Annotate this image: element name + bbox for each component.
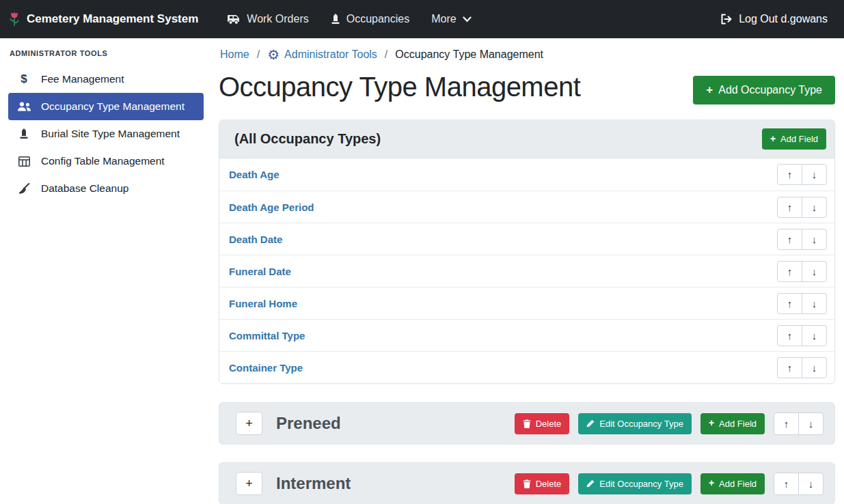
arrow-up-icon: ↑ [787, 169, 793, 180]
move-down-button[interactable]: ↓ [798, 473, 823, 495]
breadcrumb-separator: / [257, 48, 260, 61]
flower-logo-icon [8, 12, 21, 27]
add-occupancy-type-button[interactable]: + Add Occupancy Type [693, 76, 835, 104]
nav-occupancies[interactable]: Occupancies [320, 8, 421, 31]
field-row: Funeral Home ↑ ↓ [219, 287, 834, 319]
reorder-buttons: ↑ ↓ [777, 229, 827, 250]
sidebar: Administrator Tools $ Fee Management Occ… [0, 38, 210, 504]
add-field-label: Add Field [780, 135, 818, 143]
nav-work-orders[interactable]: Work Orders [216, 8, 319, 31]
breadcrumb-admin-tools[interactable]: ⚙ Administrator Tools [267, 48, 377, 61]
move-up-button[interactable]: ↑ [777, 261, 802, 282]
breadcrumb-separator: / [385, 48, 387, 61]
table-icon [16, 156, 32, 167]
reorder-buttons: ↑ ↓ [774, 473, 823, 495]
arrow-down-icon: ↓ [812, 266, 817, 277]
all-types-header: (All Occupancy Types) + Add Field [219, 120, 834, 158]
move-down-button[interactable]: ↓ [802, 197, 827, 218]
pencil-icon [586, 479, 595, 488]
field-link[interactable]: Funeral Date [229, 266, 291, 277]
field-link[interactable]: Container Type [229, 362, 303, 374]
move-up-button[interactable]: ↑ [777, 357, 802, 378]
app-brand[interactable]: Cemetery Management System [8, 12, 198, 27]
arrow-up-icon: ↑ [787, 330, 793, 341]
chevron-down-icon [463, 16, 472, 23]
move-down-button[interactable]: ↓ [802, 293, 827, 314]
arrow-down-icon: ↓ [808, 478, 814, 490]
main-content: Home / ⚙ Administrator Tools / Occupancy… [210, 38, 844, 504]
expand-button[interactable]: + [236, 412, 262, 435]
plus-icon: + [706, 85, 713, 95]
sections-list: + Preneed Delete Edit Occupanc [219, 402, 835, 504]
top-navbar: Cemetery Management System Work Orders O… [0, 0, 844, 38]
field-link[interactable]: Death Date [229, 234, 282, 245]
move-up-button[interactable]: ↑ [774, 412, 799, 435]
arrow-down-icon: ↓ [812, 330, 817, 341]
breadcrumb-home[interactable]: Home [220, 48, 249, 61]
move-down-button[interactable]: ↓ [798, 412, 823, 435]
delete-button[interactable]: Delete [515, 413, 570, 434]
nav-more[interactable]: More [420, 8, 482, 31]
add-field-label: Add Field [719, 419, 757, 428]
breadcrumb-current: Occupancy Type Management [395, 48, 543, 61]
field-link[interactable]: Death Age Period [229, 201, 314, 213]
sidebar-item-occupancy-type-management[interactable]: Occupancy Type Management [8, 93, 204, 120]
trash-icon [523, 419, 531, 428]
nav-more-label: More [431, 13, 456, 25]
logout-label: Log Out d.gowans [739, 13, 828, 25]
arrow-down-icon: ↓ [812, 362, 817, 374]
sidebar-item-burial-site-type-management[interactable]: Burial Site Type Management [8, 120, 204, 148]
reorder-buttons: ↑ ↓ [774, 412, 823, 435]
field-row: Death Age ↑ ↓ [219, 158, 834, 191]
main-nav: Work Orders Occupancies More [216, 8, 482, 31]
move-up-button[interactable]: ↑ [774, 473, 799, 495]
all-occupancy-types-card: (All Occupancy Types) + Add Field Death … [219, 120, 835, 384]
breadcrumb-admin-tools-label: Administrator Tools [284, 48, 377, 61]
arrow-down-icon: ↓ [812, 169, 817, 180]
reorder-buttons: ↑ ↓ [777, 293, 827, 314]
move-down-button[interactable]: ↓ [802, 325, 827, 346]
add-field-button[interactable]: + Add Field [700, 413, 765, 434]
all-types-title: (All Occupancy Types) [234, 131, 381, 147]
move-up-button[interactable]: ↑ [777, 197, 802, 218]
move-down-button[interactable]: ↓ [802, 261, 827, 282]
reorder-buttons: ↑ ↓ [777, 164, 827, 185]
plus-icon: + [709, 419, 714, 427]
monument-icon [331, 14, 340, 25]
field-row: Committal Type ↑ ↓ [219, 319, 834, 351]
field-link[interactable]: Funeral Home [229, 298, 297, 309]
plus-icon: + [709, 479, 714, 487]
delete-button[interactable]: Delete [515, 473, 570, 494]
add-field-button[interactable]: + Add Field [762, 128, 826, 150]
field-row: Container Type ↑ ↓ [219, 351, 834, 383]
move-down-button[interactable]: ↓ [802, 357, 827, 378]
reorder-buttons: ↑ ↓ [777, 357, 827, 378]
move-down-button[interactable]: ↓ [802, 164, 827, 185]
edit-occupancy-type-button[interactable]: Edit Occupancy Type [578, 473, 692, 494]
expand-button[interactable]: + [236, 472, 262, 495]
reorder-buttons: ↑ ↓ [777, 325, 827, 346]
arrow-up-icon: ↑ [787, 362, 793, 374]
delete-label: Delete [536, 419, 562, 428]
sidebar-item-database-cleanup[interactable]: Database Cleanup [8, 175, 204, 202]
field-link[interactable]: Committal Type [229, 330, 305, 341]
sidebar-item-label: Burial Site Type Management [41, 128, 180, 140]
arrow-up-icon: ↑ [784, 478, 789, 490]
sidebar-item-label: Database Cleanup [41, 182, 128, 195]
edit-occupancy-type-button[interactable]: Edit Occupancy Type [578, 413, 692, 434]
logout-link[interactable]: Log Out d.gowans [720, 13, 828, 25]
field-link[interactable]: Death Age [229, 169, 280, 180]
section-title: Interment [276, 474, 351, 493]
logout-icon [720, 14, 733, 25]
sidebar-item-config-table-management[interactable]: Config Table Management [8, 148, 204, 175]
move-up-button[interactable]: ↑ [777, 293, 802, 314]
edit-occupancy-type-label: Edit Occupancy Type [599, 419, 683, 428]
add-field-button[interactable]: + Add Field [700, 473, 765, 494]
sidebar-item-fee-management[interactable]: $ Fee Management [8, 66, 204, 93]
move-up-button[interactable]: ↑ [777, 325, 802, 346]
move-up-button[interactable]: ↑ [777, 164, 802, 185]
add-field-label: Add Field [719, 479, 757, 488]
move-down-button[interactable]: ↓ [802, 229, 827, 250]
sidebar-item-label: Config Table Management [41, 155, 165, 167]
move-up-button[interactable]: ↑ [777, 229, 802, 250]
